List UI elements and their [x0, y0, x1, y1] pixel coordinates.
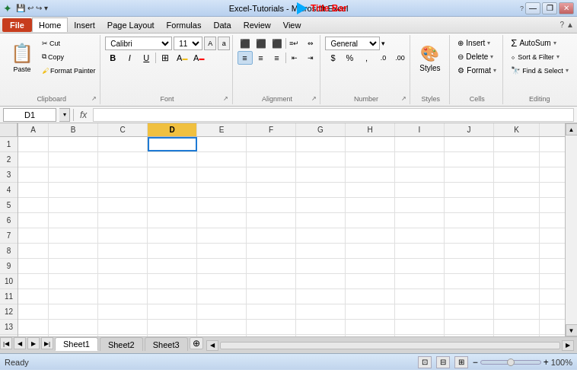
- cell[interactable]: [148, 183, 197, 197]
- page-break-view-button[interactable]: ⊞: [454, 356, 468, 368]
- cell[interactable]: [49, 183, 98, 197]
- number-format-select[interactable]: General: [325, 37, 380, 50]
- cell[interactable]: [296, 183, 346, 197]
- cell[interactable]: [247, 335, 296, 336]
- cell[interactable]: [296, 198, 346, 212]
- cell[interactable]: [49, 304, 98, 319]
- cell[interactable]: [98, 152, 148, 167]
- cell[interactable]: [395, 335, 445, 336]
- cell[interactable]: [247, 244, 296, 258]
- cell[interactable]: [445, 244, 494, 258]
- cell[interactable]: [197, 244, 247, 258]
- cell-A1[interactable]: [18, 137, 49, 151]
- cell[interactable]: [296, 274, 346, 288]
- cell[interactable]: [18, 289, 49, 304]
- cell[interactable]: [18, 244, 49, 258]
- wrap-text-button[interactable]: ≡↵: [287, 37, 302, 50]
- increase-indent-button[interactable]: ⇥: [303, 51, 318, 65]
- cell[interactable]: [18, 335, 49, 336]
- cell[interactable]: [395, 152, 445, 167]
- row-header-3[interactable]: 3: [0, 167, 18, 183]
- cell[interactable]: [346, 244, 395, 258]
- cell[interactable]: [49, 198, 98, 212]
- cell[interactable]: [346, 167, 395, 182]
- cell[interactable]: [247, 259, 296, 273]
- cell[interactable]: [445, 183, 494, 197]
- tab-last-button[interactable]: ▶|: [41, 337, 53, 349]
- cell[interactable]: [148, 213, 197, 228]
- cell[interactable]: [247, 183, 296, 197]
- cell[interactable]: [197, 167, 247, 182]
- redo-quick-icon[interactable]: ↪: [36, 4, 42, 12]
- italic-button[interactable]: I: [122, 51, 137, 65]
- row-header-14[interactable]: 14: [0, 335, 18, 336]
- cell[interactable]: [98, 244, 148, 258]
- cell[interactable]: [494, 259, 540, 273]
- zoom-in-button[interactable]: +: [544, 357, 549, 368]
- cell[interactable]: [395, 304, 445, 319]
- cell[interactable]: [247, 274, 296, 288]
- border-button[interactable]: ⊞: [158, 51, 173, 65]
- name-box-dropdown[interactable]: ▾: [59, 108, 70, 122]
- cell[interactable]: [197, 274, 247, 288]
- col-header-J[interactable]: J: [445, 123, 494, 136]
- cell[interactable]: [197, 213, 247, 228]
- row-header-4[interactable]: 4: [0, 183, 18, 198]
- cell[interactable]: [49, 320, 98, 334]
- row-header-8[interactable]: 8: [0, 244, 18, 259]
- col-header-H[interactable]: H: [346, 123, 395, 136]
- cell[interactable]: [98, 198, 148, 212]
- cell[interactable]: [197, 259, 247, 273]
- cell[interactable]: [296, 335, 346, 336]
- col-header-A[interactable]: A: [18, 123, 49, 136]
- cell[interactable]: [148, 198, 197, 212]
- cell[interactable]: [148, 274, 197, 288]
- cell[interactable]: [395, 228, 445, 243]
- align-right-button[interactable]: ≡: [269, 51, 285, 65]
- cell[interactable]: [494, 152, 540, 167]
- scroll-left-button[interactable]: ◀: [206, 340, 218, 351]
- cell-I1[interactable]: [395, 137, 445, 151]
- cell[interactable]: [18, 320, 49, 334]
- cell[interactable]: [346, 335, 395, 336]
- cell[interactable]: [197, 289, 247, 304]
- bold-button[interactable]: B: [105, 51, 120, 65]
- row-header-11[interactable]: 11: [0, 289, 18, 304]
- cell[interactable]: [98, 335, 148, 336]
- cell[interactable]: [148, 259, 197, 273]
- cell[interactable]: [445, 335, 494, 336]
- cell[interactable]: [49, 289, 98, 304]
- insert-cells-button[interactable]: ⊕ Insert ▾: [454, 37, 499, 49]
- zoom-slider[interactable]: [480, 360, 541, 365]
- sheet-tab-sheet2[interactable]: Sheet2: [100, 337, 143, 351]
- cell[interactable]: [346, 228, 395, 243]
- format-cells-button[interactable]: ⚙ Format ▾: [454, 64, 499, 77]
- cell[interactable]: [148, 304, 197, 319]
- cell[interactable]: [18, 274, 49, 288]
- comma-button[interactable]: ,: [359, 51, 374, 65]
- ribbon-minimize-icon[interactable]: ▲: [566, 21, 574, 29]
- cell-C1[interactable]: [98, 137, 148, 151]
- cell[interactable]: [148, 152, 197, 167]
- col-header-I[interactable]: I: [395, 123, 445, 136]
- row-header-12[interactable]: 12: [0, 304, 18, 320]
- cell[interactable]: [18, 167, 49, 182]
- cell[interactable]: [247, 152, 296, 167]
- cell[interactable]: [395, 289, 445, 304]
- cell[interactable]: [494, 183, 540, 197]
- cell[interactable]: [18, 183, 49, 197]
- col-header-K[interactable]: K: [494, 123, 540, 136]
- cell[interactable]: [494, 198, 540, 212]
- align-center-button[interactable]: ≡: [253, 51, 269, 65]
- cell[interactable]: [296, 289, 346, 304]
- cell[interactable]: [49, 335, 98, 336]
- cell[interactable]: [98, 320, 148, 334]
- cell[interactable]: [148, 167, 197, 182]
- cell[interactable]: [445, 320, 494, 334]
- cell[interactable]: [247, 213, 296, 228]
- col-header-F[interactable]: F: [247, 123, 296, 136]
- formula-input[interactable]: [93, 108, 574, 122]
- page-layout-view-button[interactable]: ⊟: [436, 356, 450, 368]
- font-size-increase-button[interactable]: A: [204, 37, 216, 50]
- cell[interactable]: [148, 335, 197, 336]
